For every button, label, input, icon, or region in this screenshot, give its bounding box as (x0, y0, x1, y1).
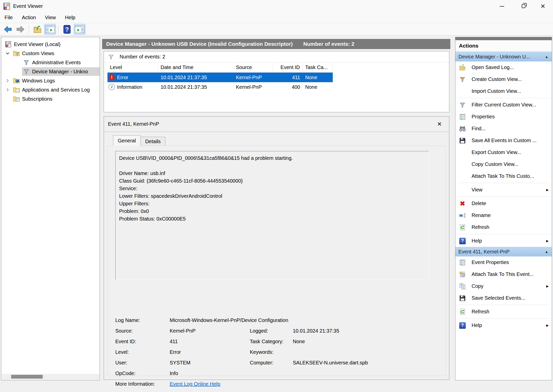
tree-item-custom-views[interactable]: Custom Views (1, 49, 100, 58)
tree-item-event-viewer-local[interactable]: Event Viewer (Local) (1, 40, 100, 49)
action-filter-current-custom-view[interactable]: Filter Current Custom View... (455, 99, 552, 111)
tab-details[interactable]: Details (141, 137, 165, 146)
action-label: Help (472, 322, 482, 328)
events-list-box: Number of events: 2 Level Date and Time … (104, 51, 449, 112)
action-view[interactable]: View ▶ (455, 184, 552, 196)
date-cell: 10.01.2024 21:37:35 (158, 82, 233, 92)
find-binoculars-icon (459, 125, 466, 132)
tree-item-applications-services-logs[interactable]: Applications and Services Log (1, 85, 100, 94)
events-count: Number of events: 2 (303, 41, 354, 47)
menu-view[interactable]: View (40, 13, 60, 22)
tab-general[interactable]: General (113, 135, 141, 146)
event-row-error[interactable]: !Error 10.01.2024 21:37:35 Kernel-PnP 41… (107, 73, 333, 82)
tree-item-label: Applications and Services Log (22, 87, 90, 93)
action-refresh[interactable]: Refresh (455, 221, 552, 233)
user-label: User: (115, 360, 127, 366)
tree-item-windows-logs[interactable]: Windows Logs (1, 76, 100, 85)
action-group-device-manager[interactable]: Device Manager - Unknown U... ▲ (455, 52, 552, 61)
open-folder-icon (459, 64, 466, 71)
action-label: Export Custom View... (472, 149, 521, 155)
menu-action[interactable]: Action (17, 13, 40, 22)
action-delete[interactable]: ✖ Delete (455, 198, 552, 209)
action-properties[interactable]: Properties (455, 111, 552, 123)
action-save-selected-events[interactable]: Save Selected Events... (455, 292, 552, 304)
no-icon (459, 161, 466, 168)
restore-button[interactable] (515, 0, 532, 12)
chevron-down-icon[interactable] (5, 51, 10, 56)
restore-icon (522, 4, 525, 8)
info-icon: i (108, 84, 115, 90)
action-find[interactable]: Find... (455, 123, 552, 135)
show-hide-action-pane-button[interactable] (74, 24, 85, 35)
action-create-custom-view[interactable]: Create Custom View... (455, 73, 552, 85)
collapse-icon[interactable]: ▲ (545, 55, 548, 59)
level-cell: Information (117, 84, 142, 90)
help-icon: ? (459, 237, 466, 245)
tree-item-subscriptions[interactable]: Subscriptions (1, 94, 100, 103)
close-button[interactable]: ✕ (535, 0, 551, 12)
keywords-label: Keywords: (250, 349, 273, 355)
filter-icon (108, 54, 114, 60)
folder-export-icon (33, 25, 42, 33)
action-group-event-411[interactable]: Event 411, Kernel-PnP ▲ (455, 247, 552, 256)
chevron-right-icon[interactable] (5, 78, 10, 83)
submenu-arrow-icon: ▶ (546, 188, 549, 192)
action-help[interactable]: ? Help ▶ (455, 235, 552, 247)
column-header-source[interactable]: Source (233, 62, 273, 73)
tree-item-administrative-events[interactable]: Administrative Events (1, 58, 100, 67)
menu-file[interactable]: File (0, 13, 17, 22)
svg-text:?: ? (65, 26, 69, 33)
rename-icon (459, 212, 466, 219)
minimize-button[interactable] (494, 0, 510, 12)
tree-item-label: Subscriptions (22, 96, 52, 102)
delete-icon: ✖ (459, 200, 466, 207)
action-event-properties[interactable]: Event Properties (455, 256, 552, 268)
action-group-title: Device Manager - Unknown U... (458, 54, 545, 60)
show-hide-console-tree-button[interactable] (44, 24, 56, 35)
task-category-value: None (293, 339, 305, 344)
task-category-cell: None (303, 73, 333, 82)
detail-tabs: General Details (113, 135, 165, 146)
help-button[interactable]: ? (61, 24, 73, 35)
results-pane-header: Device Manager - Unknown USB Device (Inv… (102, 39, 450, 49)
scrollbar-thumb[interactable] (11, 375, 43, 379)
chevron-right-icon[interactable] (5, 87, 10, 93)
detail-close-button[interactable]: ✕ (435, 120, 444, 128)
action-rename[interactable]: Rename (455, 209, 552, 221)
event-row-information[interactable]: iInformation 10.01.2024 21:37:35 Kernel-… (107, 82, 333, 92)
action-label: Create Custom View... (472, 76, 522, 82)
column-header-level[interactable]: Level (107, 62, 158, 73)
action-save-all-events[interactable]: Save All Events in Custom ... (455, 135, 552, 146)
menu-help[interactable]: Help (60, 13, 80, 22)
forward-button[interactable] (15, 24, 26, 35)
source-cell: Kernel-PnP (233, 73, 273, 82)
action-attach-task-to-event[interactable]: Attach Task To This Event... (455, 268, 552, 280)
open-saved-log-button[interactable] (32, 24, 43, 35)
event-log-online-help-link[interactable]: Event Log Online Help (170, 381, 220, 387)
column-header-date[interactable]: Date and Time (158, 62, 233, 73)
column-header-task-category[interactable]: Task Ca... (303, 62, 333, 73)
collapse-icon[interactable]: ▲ (545, 250, 548, 254)
action-import-custom-view[interactable]: Import Custom View... (455, 85, 552, 97)
back-button[interactable] (2, 24, 14, 35)
action-copy[interactable]: Copy ▶ (455, 280, 552, 292)
action-label: Open Saved Log... (472, 64, 514, 70)
tree-horizontal-scrollbar[interactable] (2, 374, 99, 380)
action-attach-task-custom-view[interactable]: Attach Task To This Custo... (455, 170, 552, 182)
date-cell: 10.01.2024 21:37:35 (158, 73, 233, 82)
tree-item-device-manager[interactable]: Device Manager - Unkno (1, 67, 100, 76)
action-copy-custom-view[interactable]: Copy Custom View... (455, 158, 552, 170)
event-detail-pane: Event 411, Kernel-PnP ✕ General Details … (104, 116, 449, 380)
computer-label: Computer: (250, 360, 273, 366)
action-help-event[interactable]: ? Help ▶ (455, 319, 552, 331)
event-description[interactable]: Device USB\VID_0000&PID_0006\5&31ca5f86&… (115, 151, 429, 280)
toolbar-separator (58, 25, 59, 34)
action-group-title: Event 411, Kernel-PnP (458, 249, 545, 255)
submenu-arrow-icon: ▶ (546, 323, 549, 327)
action-open-saved-log[interactable]: Open Saved Log... (455, 61, 552, 73)
action-refresh-event[interactable]: Refresh (455, 306, 552, 318)
opcode-value: Info (170, 371, 178, 376)
action-label: Save All Events in Custom ... (472, 138, 537, 143)
action-export-custom-view[interactable]: Export Custom View... (455, 146, 552, 158)
column-header-event-id[interactable]: Event ID (273, 62, 303, 73)
